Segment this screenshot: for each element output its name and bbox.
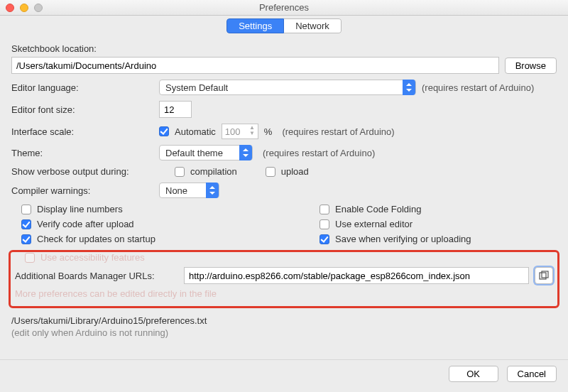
verbose-upload-checkbox[interactable]: [266, 167, 275, 177]
fontsize-label: Editor font size:: [11, 104, 153, 115]
row-fontsize: Editor font size:: [11, 101, 557, 118]
chevron-updown-icon: [403, 80, 415, 95]
scale-hint: (requires restart of Arduino): [282, 126, 394, 137]
svg-rect-1: [542, 271, 548, 278]
scale-auto-checkbox[interactable]: [159, 126, 169, 136]
row-sketchbook-label: Sketchbook location:: [11, 43, 557, 54]
row-verbose: Show verbose output during: compilation …: [11, 166, 557, 177]
check-updates-checkbox[interactable]: [21, 234, 31, 244]
save-verify-upload-label: Save when verifying or uploading: [335, 234, 471, 244]
accessibility-label: Use accessibility features: [40, 252, 145, 263]
minimize-icon[interactable]: [20, 4, 28, 12]
row-display-line-numbers: Display line numbers: [21, 204, 291, 214]
row-external-editor: Use external editor: [320, 219, 568, 229]
save-verify-upload-checkbox[interactable]: [320, 234, 329, 244]
row-language: Editor language: System Default (require…: [11, 80, 557, 95]
preferences-body: Sketchbook location: Browse Editor langu…: [0, 36, 568, 359]
dialog-footer: OK Cancel: [0, 359, 568, 392]
scale-value-spinner[interactable]: 100 ▲ ▼: [222, 124, 258, 139]
row-save-verify-upload: Save when verifying or uploading: [320, 234, 568, 244]
display-line-numbers-checkbox[interactable]: [21, 205, 31, 214]
tab-settings[interactable]: Settings: [226, 18, 284, 33]
highlighted-section: Use accessibility features Additional Bo…: [9, 250, 559, 308]
spinner-arrows: ▲ ▼: [249, 126, 255, 137]
language-hint: (requires restart of Arduino): [422, 82, 534, 93]
tab-bar: Settings Network: [0, 16, 568, 36]
options-col-left: Display line numbers Verify code after u…: [21, 204, 291, 249]
scale-auto-label: Automatic: [175, 126, 216, 137]
warnings-value: None: [165, 185, 187, 196]
window-icon: [539, 271, 549, 281]
theme-value: Default theme: [165, 148, 223, 158]
warnings-label: Compiler warnings:: [11, 185, 153, 196]
theme-dropdown[interactable]: Default theme: [159, 145, 253, 160]
row-scale: Interface scale: Automatic 100 ▲ ▼ % (re…: [11, 124, 557, 139]
svg-rect-0: [540, 273, 546, 279]
row-verify-after-upload: Verify code after upload: [21, 219, 291, 229]
chevron-down-icon[interactable]: ▼: [249, 131, 255, 137]
row-accessibility: Use accessibility features: [15, 252, 553, 263]
boards-urls-label: Additional Boards Manager URLs:: [15, 271, 178, 281]
titlebar: Preferences: [0, 0, 568, 16]
external-editor-checkbox[interactable]: [320, 219, 329, 229]
row-check-updates: Check for updates on startup: [21, 234, 291, 244]
row-boards-urls: Additional Boards Manager URLs:: [15, 267, 553, 284]
language-value: System Default: [165, 82, 228, 93]
cancel-button[interactable]: Cancel: [507, 366, 557, 382]
verbose-compilation-checkbox[interactable]: [175, 167, 185, 177]
close-icon[interactable]: [6, 4, 14, 12]
chevron-updown-icon: [206, 183, 219, 198]
scale-label: Interface scale:: [11, 126, 153, 137]
theme-label: Theme:: [11, 148, 153, 158]
sketchbook-label: Sketchbook location:: [11, 43, 97, 54]
fontsize-input[interactable]: [159, 101, 192, 118]
verbose-label: Show verbose output during:: [11, 166, 169, 177]
segmented-control: Settings Network: [226, 18, 342, 33]
row-warnings: Compiler warnings: None: [11, 183, 557, 198]
check-updates-label: Check for updates on startup: [37, 234, 155, 244]
verify-after-upload-checkbox[interactable]: [21, 219, 31, 229]
scale-percent: %: [264, 126, 273, 137]
verbose-upload-label: upload: [281, 166, 309, 177]
sketchbook-path-input[interactable]: [11, 57, 499, 74]
prefs-file-hint: (edit only when Arduino is not running): [11, 327, 557, 338]
more-prefs-hint: More preferences can be edited directly …: [15, 288, 553, 299]
tab-network[interactable]: Network: [284, 18, 342, 33]
options-columns: Display line numbers Verify code after u…: [11, 204, 557, 249]
prefs-file-path: /Users/takumi/Library/Arduino15/preferen…: [11, 315, 557, 326]
options-col-right: Enable Code Folding Use external editor …: [320, 204, 568, 249]
scale-value: 100: [225, 126, 241, 137]
verbose-compilation-label: compilation: [190, 166, 237, 177]
zoom-icon[interactable]: [34, 4, 43, 12]
language-label: Editor language:: [11, 82, 153, 93]
display-line-numbers-label: Display line numbers: [37, 204, 123, 214]
boards-urls-expand-button[interactable]: [535, 267, 553, 284]
ok-button[interactable]: OK: [449, 366, 498, 382]
boards-urls-input[interactable]: [184, 267, 529, 284]
preferences-window: Settings Network Sketchbook location: Br…: [0, 16, 568, 392]
enable-folding-checkbox[interactable]: [320, 205, 329, 214]
chevron-updown-icon: [239, 145, 252, 160]
enable-folding-label: Enable Code Folding: [335, 204, 421, 214]
warnings-dropdown[interactable]: None: [159, 183, 219, 198]
accessibility-checkbox[interactable]: [25, 253, 35, 263]
browse-button[interactable]: Browse: [505, 58, 557, 74]
language-dropdown[interactable]: System Default: [159, 80, 416, 95]
row-theme: Theme: Default theme (requires restart o…: [11, 145, 557, 160]
external-editor-label: Use external editor: [335, 219, 413, 229]
verify-after-upload-label: Verify code after upload: [37, 219, 134, 229]
window-controls: [6, 4, 43, 12]
window-title: Preferences: [259, 2, 309, 13]
theme-hint: (requires restart of Arduino): [263, 148, 375, 158]
row-enable-folding: Enable Code Folding: [320, 204, 568, 214]
row-sketchbook-path: Browse: [11, 57, 557, 74]
